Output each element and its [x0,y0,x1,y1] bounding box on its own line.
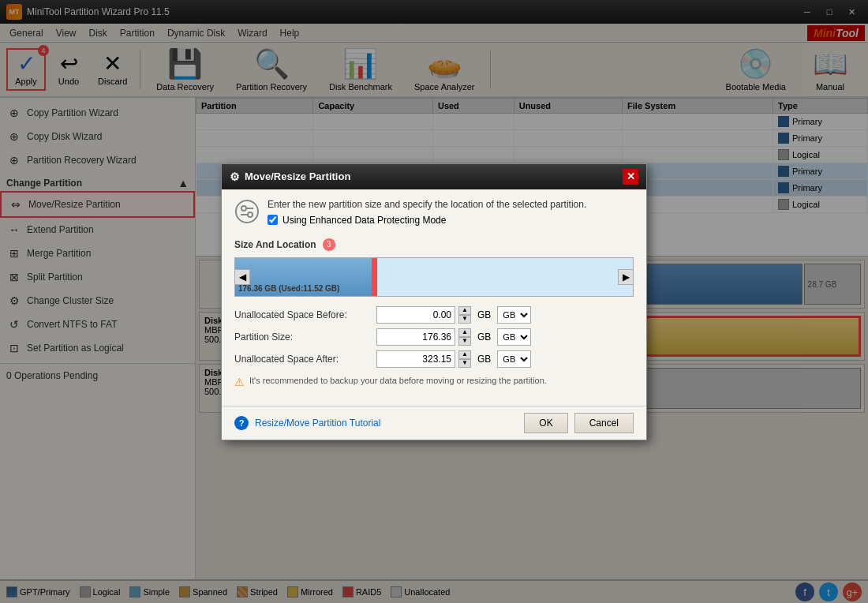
partition-size-unit: GB [477,331,491,343]
modal-checkbox-row: Using Enhanced Data Protecting Mode [268,215,586,226]
partition-size-row: Partition Size: ▲ ▼ GB GBMB [234,328,634,346]
modal-overlay: ⚙ Move/Resize Partition ✕ Enter th [0,0,868,603]
partition-size-input[interactable] [376,328,455,346]
nav-right-button[interactable]: ▶ [618,269,634,285]
partition-bar-label: 176.36 GB (Used:11.52 GB) [238,284,339,293]
modal-title-text: Move/Resize Partition [245,170,350,182]
move-resize-modal: ⚙ Move/Resize Partition ✕ Enter th [221,163,647,440]
svg-point-4 [248,212,253,217]
unalloc-before-row: Unallocated Space Before: ▲ ▼ GB GBMB [234,306,634,324]
unalloc-before-input-group: ▲ ▼ GB GBMB [376,306,531,324]
modal-body: Enter the new partition size and specify… [222,189,646,406]
partition-size-input-group: ▲ ▼ GB GBMB [376,328,531,346]
modal-close-button[interactable]: ✕ [623,169,638,185]
unalloc-after-row: Unallocated Space After: ▲ ▼ GB GBMB [234,350,634,368]
unalloc-after-input-group: ▲ ▼ GB GBMB [376,350,531,368]
modal-title-icon: ⚙ [230,170,240,183]
unalloc-before-down[interactable]: ▼ [458,315,471,324]
section-badge: 3 [323,238,335,251]
section-header: Size And Location 3 [234,238,634,251]
svg-point-0 [236,200,258,223]
partition-size-down[interactable]: ▼ [458,337,471,346]
unalloc-before-up[interactable]: ▲ [458,306,471,315]
modal-info-text: Enter the new partition size and specify… [268,199,586,210]
unalloc-after-label: Unallocated Space After: [234,354,376,365]
unalloc-after-unit: GB [477,354,491,365]
tutorial-link[interactable]: Resize/Move Partition Tutorial [255,418,380,429]
modal-footer: ? Resize/Move Partition Tutorial OK Canc… [222,406,646,440]
nav-left-button[interactable]: ◀ [234,269,250,285]
enhanced-mode-checkbox[interactable] [268,215,278,225]
unalloc-after-up[interactable]: ▲ [458,350,471,359]
unalloc-after-spinners: ▲ ▼ [458,350,471,368]
partition-bar-wrapper: ◀ ▶ 176.36 GB (Used:11.52 GB) [234,257,634,297]
cancel-button[interactable]: Cancel [574,413,634,433]
partition-size-label: Partition Size: [234,331,376,343]
unalloc-before-unit: GB [477,309,491,320]
ok-button[interactable]: OK [524,413,567,433]
section-title: Size And Location [234,239,316,250]
modal-title-bar: ⚙ Move/Resize Partition ✕ [222,164,646,189]
unalloc-before-unit-select[interactable]: GBMB [497,306,531,324]
partition-resize-bar[interactable]: ◀ ▶ 176.36 GB (Used:11.52 GB) [234,257,634,297]
unalloc-after-unit-select[interactable]: GBMB [497,350,531,368]
unalloc-before-input[interactable] [376,306,455,324]
svg-point-2 [241,206,246,211]
free-bar [374,258,633,296]
resize-handle[interactable] [374,258,377,296]
partition-size-spinners: ▲ ▼ [458,328,471,346]
partition-size-up[interactable]: ▲ [458,328,471,337]
warning-icon: ⚠ [234,376,245,388]
help-icon[interactable]: ? [234,416,249,430]
tutorial-link-text: Resize/Move Partition Tutorial [255,418,380,429]
warning-row: ⚠ It's recommended to backup your data b… [234,376,634,388]
warning-text: It's recommended to backup your data bef… [249,376,547,385]
unalloc-after-down[interactable]: ▼ [458,359,471,368]
modal-info-row: Enter the new partition size and specify… [234,199,634,229]
partition-size-unit-select[interactable]: GBMB [497,328,531,346]
unalloc-after-input[interactable] [376,350,455,368]
unalloc-before-spinners: ▲ ▼ [458,306,471,324]
modal-check-label: Using Enhanced Data Protecting Mode [282,215,446,226]
unalloc-before-label: Unallocated Space Before: [234,309,376,320]
settings-icon [234,199,260,229]
